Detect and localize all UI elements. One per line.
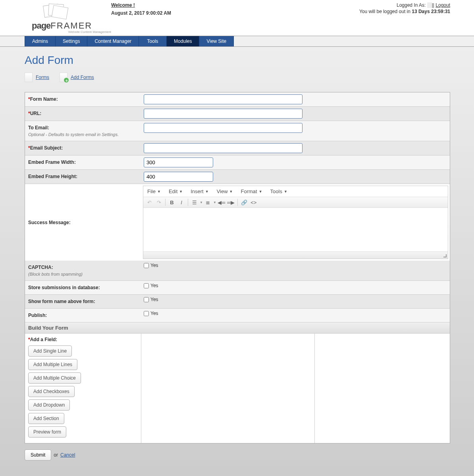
label-frame-height: Embed Frame Height: bbox=[25, 170, 141, 184]
undo-icon[interactable]: ↶ bbox=[145, 198, 154, 206]
label-url: *URL: bbox=[25, 107, 141, 121]
add-dropdown-button[interactable]: Add Dropdown bbox=[28, 399, 70, 411]
build-properties bbox=[315, 334, 450, 443]
italic-icon[interactable]: I bbox=[177, 198, 186, 206]
resize-handle-icon[interactable] bbox=[443, 254, 447, 258]
logo: pageFRAMER Website Content Management bbox=[0, 0, 111, 36]
nav-tools[interactable]: Tools bbox=[139, 36, 167, 46]
add-single-line-button[interactable]: Add Single Line bbox=[28, 345, 72, 357]
nav-admins[interactable]: Admins bbox=[25, 36, 56, 46]
checkbox-captcha[interactable] bbox=[144, 263, 149, 268]
add-section-button[interactable]: Add Section bbox=[28, 413, 64, 424]
label-captcha: CAPTCHA: (Block bots from spamming) bbox=[25, 261, 141, 280]
bold-icon[interactable]: B bbox=[168, 198, 176, 206]
input-frame-width[interactable] bbox=[144, 157, 213, 167]
label-show-name: Show form name above form: bbox=[25, 295, 141, 308]
input-form-name[interactable] bbox=[144, 94, 303, 104]
label-to-email: To Email: Optional - Defaults to system … bbox=[25, 121, 141, 141]
input-frame-height[interactable] bbox=[144, 172, 213, 182]
page-title: Add Form bbox=[25, 54, 450, 67]
nav-content-manager[interactable]: Content Manager bbox=[87, 36, 139, 46]
add-multiple-lines-button[interactable]: Add Multiple Lines bbox=[28, 359, 77, 370]
build-canvas[interactable] bbox=[141, 334, 315, 443]
code-icon[interactable]: <> bbox=[249, 198, 258, 206]
add-multiple-choice-button[interactable]: Add Multiple Choice bbox=[28, 372, 81, 384]
link-icon[interactable]: 🔗 bbox=[240, 198, 249, 206]
editor-menu-edit[interactable]: Edit ▼ bbox=[169, 188, 183, 194]
editor-menu-format[interactable]: Format ▼ bbox=[241, 188, 262, 194]
label-store-db: Store submissions in database: bbox=[25, 281, 141, 294]
build-section-header: Build Your Form bbox=[25, 322, 450, 334]
submit-button[interactable]: Submit bbox=[25, 449, 51, 461]
breadcrumb-forms[interactable]: Forms bbox=[36, 75, 49, 80]
checkbox-show-name[interactable] bbox=[144, 297, 149, 302]
editor-menu-view[interactable]: View ▼ bbox=[217, 188, 233, 194]
breadcrumb-add-forms[interactable]: Add Forms bbox=[71, 75, 94, 80]
label-success-message: Success Message: bbox=[25, 184, 141, 261]
nav-modules[interactable]: Modules bbox=[167, 36, 199, 46]
rich-text-editor: File ▼ Edit ▼ Insert ▼ View ▼ Format ▼ T… bbox=[143, 186, 448, 259]
page-icon bbox=[25, 73, 33, 82]
indent-icon[interactable]: ═▶ bbox=[227, 198, 235, 206]
label-email-subject: *Email Subject: bbox=[25, 141, 141, 155]
nav-view-site[interactable]: View Site bbox=[199, 36, 234, 46]
main-nav: Admins Settings Content Manager Tools Mo… bbox=[25, 36, 474, 46]
editor-menu-file[interactable]: File ▼ bbox=[147, 188, 161, 194]
input-email-subject[interactable] bbox=[144, 143, 303, 153]
add-icon bbox=[60, 73, 67, 82]
redo-icon[interactable]: ↷ bbox=[154, 198, 163, 206]
logout-link[interactable]: Logout bbox=[435, 2, 450, 8]
breadcrumb: Forms Add Forms bbox=[25, 73, 450, 82]
label-form-name: *Form Name: bbox=[25, 92, 141, 106]
input-to-email[interactable] bbox=[144, 123, 303, 133]
label-publish: Publish: bbox=[25, 309, 141, 322]
header: pageFRAMER Website Content Management We… bbox=[0, 0, 474, 36]
login-info: Logged In As: || Logout You will be logg… bbox=[359, 0, 474, 36]
add-field-label: *Add a Field: bbox=[28, 337, 138, 342]
bullet-list-icon[interactable]: ☰ bbox=[190, 198, 199, 206]
outdent-icon[interactable]: ◀═ bbox=[217, 198, 226, 206]
cancel-link[interactable]: Cancel bbox=[60, 452, 75, 458]
editor-menu-tools[interactable]: Tools ▼ bbox=[270, 188, 287, 194]
editor-textarea[interactable] bbox=[143, 208, 448, 251]
add-checkboxes-button[interactable]: Add Checkboxes bbox=[28, 386, 75, 397]
checkbox-store-db[interactable] bbox=[144, 283, 149, 288]
number-list-icon[interactable]: ≣ bbox=[204, 198, 212, 206]
header-date: August 2, 2017 9:00:02 AM bbox=[111, 10, 171, 16]
label-frame-width: Embed Frame Width: bbox=[25, 155, 141, 169]
nav-settings[interactable]: Settings bbox=[56, 36, 87, 46]
preview-form-button[interactable]: Preview form bbox=[28, 426, 66, 438]
checkbox-publish[interactable] bbox=[144, 311, 149, 316]
welcome-block: Welcome ! August 2, 2017 9:00:02 AM bbox=[111, 0, 171, 36]
or-text: or bbox=[54, 452, 58, 458]
editor-menu-insert[interactable]: Insert ▼ bbox=[191, 188, 208, 194]
input-url[interactable] bbox=[144, 109, 303, 119]
form-box: *Form Name: *URL: To Email: Optional - D… bbox=[25, 92, 450, 443]
